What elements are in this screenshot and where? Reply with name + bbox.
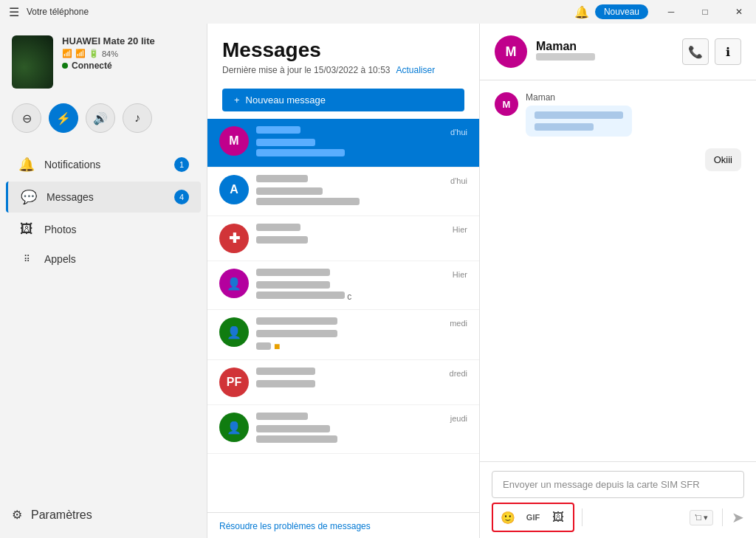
messages-panel: Messages Dernière mise à jour le 15/03/2…: [207, 24, 480, 538]
conv-name: [256, 269, 330, 280]
sim-selector[interactable]: '□ ▾: [690, 510, 713, 525]
sim-icon: 📶: [75, 49, 86, 58]
chat-input-area: 🙂 GIF 🖼 '□ ▾ ➤: [480, 461, 756, 538]
titlebar-left: ☰ Votre téléphone: [9, 5, 89, 19]
conv-time: medi: [450, 319, 467, 328]
conversation-item[interactable]: M d'hui: [207, 119, 479, 168]
send-button[interactable]: ➤: [732, 508, 744, 526]
troubleshoot-link[interactable]: Résoudre les problèmes de messages: [219, 521, 371, 531]
conv-preview2: [256, 198, 467, 208]
settings-label: Paramètres: [31, 508, 92, 522]
device-details: HUAWEI Mate 20 lite 📶 📶 🔋 84% Connecté: [62, 35, 155, 71]
settings-icon: ⚙: [12, 508, 22, 522]
conversation-item[interactable]: ✚ Hier: [207, 216, 479, 261]
avatar: ✚: [219, 224, 249, 253]
message-row: M Maman: [495, 92, 741, 137]
message-text: Okiii: [714, 154, 732, 165]
conv-time: Hier: [453, 225, 467, 234]
sidebar-item-settings[interactable]: ⚙ Paramètres: [0, 500, 207, 529]
message-input[interactable]: [492, 471, 744, 498]
conv-preview: [256, 187, 467, 198]
window-controls: ─ □ ✕: [654, 0, 756, 24]
bluetooth-button[interactable]: ⚡: [49, 103, 78, 133]
conv-preview2: [256, 435, 467, 446]
device-wallpaper: [12, 35, 53, 89]
emoji-button[interactable]: 🙂: [496, 506, 520, 529]
conv-content: d'hui: [256, 175, 467, 208]
conv-name: [256, 413, 308, 424]
conversation-item[interactable]: 👤 Hier c: [207, 261, 479, 310]
appels-label: Appels: [44, 253, 76, 265]
avatar: 👤: [219, 269, 249, 298]
conv-preview: [256, 380, 467, 390]
menu-icon[interactable]: ☰: [9, 5, 19, 19]
image-button[interactable]: 🖼: [546, 506, 570, 529]
messages-icon: 💬: [20, 189, 38, 205]
conv-preview: [256, 236, 467, 246]
conv-time: jeudi: [450, 414, 467, 423]
messages-label: Messages: [47, 191, 94, 203]
conv-name: [256, 317, 337, 328]
conv-content: jeudi: [256, 413, 467, 446]
avatar: M: [219, 126, 249, 156]
chat-avatar: M: [495, 35, 527, 68]
conv-preview2: [256, 149, 467, 159]
conversation-item[interactable]: 👤 jeudi: [207, 405, 479, 454]
chat-header: M Maman 📞 ℹ: [480, 24, 756, 80]
message-bubble-outgoing: Okiii: [705, 148, 741, 171]
conv-preview: [256, 330, 467, 340]
conv-content: medi ■: [256, 317, 467, 352]
new-message-button[interactable]: + Nouveau message: [222, 89, 464, 111]
conv-top: d'hui: [256, 175, 467, 186]
chat-header-info: Maman: [536, 40, 673, 63]
conv-name: [256, 224, 300, 235]
conversation-item[interactable]: PF dredi: [207, 360, 479, 405]
conv-name: [256, 368, 315, 379]
chat-messages: M Maman Okiii: [480, 80, 756, 461]
sidebar-item-appels[interactable]: ⠿ Appels: [6, 246, 201, 272]
connected-dot: [62, 63, 68, 69]
sim-icon: '□: [695, 513, 701, 522]
dropdown-icon: ▾: [704, 513, 708, 523]
info-button[interactable]: ℹ: [715, 38, 741, 65]
nav-items: 🔔 Notifications 1 💬 Messages 4 🖼 Photos …: [0, 145, 207, 500]
battery-icon: 🔋: [89, 49, 99, 58]
conv-name: [256, 175, 308, 186]
bell-button[interactable]: 🔔: [574, 5, 589, 19]
media-tool-group: 🙂 GIF 🖼: [492, 503, 574, 532]
device-stats: 📶 📶 🔋 84%: [62, 49, 155, 58]
minimize-button[interactable]: ─: [654, 0, 688, 24]
conv-preview2: ■: [256, 340, 467, 352]
music-button[interactable]: ♪: [123, 103, 152, 133]
chat-panel: M Maman 📞 ℹ M Maman: [480, 24, 756, 538]
gif-button[interactable]: GIF: [521, 506, 545, 529]
sidebar-item-notifications[interactable]: 🔔 Notifications 1: [6, 149, 201, 180]
close-button[interactable]: ✕: [722, 0, 756, 24]
device-info-section: HUAWEI Mate 20 lite 📶 📶 🔋 84% Connecté: [0, 24, 207, 97]
nouveau-button[interactable]: Nouveau: [595, 4, 648, 19]
device-thumbnail: [12, 35, 53, 89]
new-message-label: Nouveau message: [246, 94, 326, 106]
conversation-item[interactable]: 👤 medi ■: [207, 310, 479, 360]
sidebar-item-messages[interactable]: 💬 Messages 4: [6, 182, 201, 213]
plus-icon: +: [234, 94, 240, 106]
volume-button[interactable]: 🔊: [86, 103, 115, 133]
conv-preview: [256, 425, 467, 435]
main-container: HUAWEI Mate 20 lite 📶 📶 🔋 84% Connecté ⊖…: [0, 24, 756, 538]
conv-preview: [256, 281, 467, 292]
message-bubble-wrap: Maman: [526, 92, 632, 137]
avatar: A: [219, 175, 249, 204]
conv-preview: [256, 139, 467, 149]
conversation-item[interactable]: A d'hui: [207, 168, 479, 216]
mute-button[interactable]: ⊖: [12, 103, 41, 133]
maximize-button[interactable]: □: [688, 0, 722, 24]
device-controls: ⊖ ⚡ 🔊 ♪: [0, 97, 207, 145]
conv-time: dredi: [450, 369, 467, 378]
sidebar-item-photos[interactable]: 🖼 Photos: [6, 214, 201, 244]
send-area: '□ ▾ ➤: [690, 508, 744, 526]
conv-name: [256, 126, 300, 137]
refresh-link[interactable]: Actualiser: [396, 65, 435, 75]
call-button[interactable]: 📞: [682, 38, 709, 65]
conv-time: Hier: [453, 270, 467, 279]
messages-subtitle-row: Dernière mise à jour le 15/03/2022 à 10:…: [222, 62, 464, 75]
